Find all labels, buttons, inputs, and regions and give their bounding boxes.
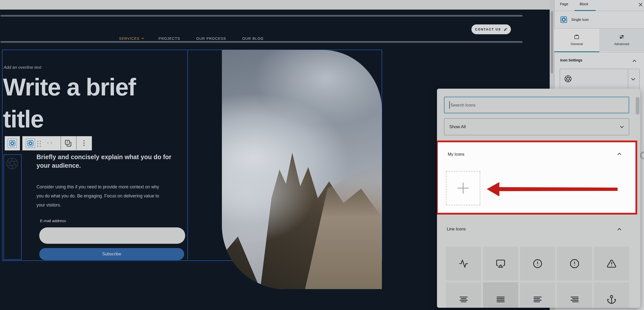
drag-handle-icon[interactable] xyxy=(37,141,41,147)
chevron-up-icon xyxy=(617,153,622,155)
icon-option-align-center[interactable] xyxy=(446,282,481,308)
collapse-panel-button[interactable] xyxy=(632,59,636,63)
add-custom-icon-button[interactable] xyxy=(446,171,480,205)
tab-page[interactable]: Page xyxy=(560,2,568,6)
alert-octagon-icon xyxy=(570,259,579,268)
line-icons-title: Line Icons xyxy=(447,227,466,231)
general-tab-label: General xyxy=(571,42,583,46)
advanced-tab-icon xyxy=(619,34,625,40)
block-toolbar: ‹› xyxy=(22,136,92,151)
close-sidebar-button[interactable] xyxy=(637,2,643,8)
popover-scrollbar-thumb[interactable] xyxy=(636,97,639,115)
hero-column-divider xyxy=(187,50,188,259)
chevron-down-icon xyxy=(631,78,635,81)
line-icons-grid xyxy=(446,247,629,308)
align-left-icon xyxy=(533,295,542,304)
hero-mountain-image[interactable] xyxy=(222,50,382,289)
my-icons-highlight: My Icons xyxy=(437,141,637,215)
search-input[interactable] xyxy=(450,97,622,113)
hero-body-text[interactable]: Consider using this if you need to provi… xyxy=(36,182,167,210)
options-kebab-icon[interactable] xyxy=(84,140,85,146)
nav-item-projects[interactable]: PROJECTS xyxy=(158,37,180,41)
email-label: E-mail address xyxy=(40,219,66,223)
tab-advanced[interactable]: Advanced xyxy=(599,28,644,51)
single-icon-block-selected[interactable] xyxy=(4,154,22,260)
single-icon-block-icon xyxy=(27,140,34,147)
chevron-down-icon xyxy=(141,36,144,40)
advanced-tab-label: Advanced xyxy=(614,42,629,46)
aperture-icon xyxy=(6,157,19,170)
activity-icon xyxy=(459,259,468,268)
chevron-up-icon xyxy=(617,228,622,231)
nav-item-our-process[interactable]: OUR PROCESS xyxy=(196,37,226,41)
block-card-icon xyxy=(560,16,567,24)
pencil-icon xyxy=(504,27,507,31)
sidebar-divider xyxy=(554,11,644,11)
toolbar-separator xyxy=(61,136,61,150)
contact-us-button[interactable]: CONTACT US xyxy=(471,24,511,34)
text-caret xyxy=(449,101,450,109)
canvas-scrollbar-thumb[interactable] xyxy=(551,11,553,74)
single-icon-block-button[interactable] xyxy=(26,139,35,148)
settings-tab-strip: General Advanced xyxy=(554,28,644,51)
sidebar-divider xyxy=(554,52,644,52)
icon-option-anchor[interactable] xyxy=(594,282,629,308)
chevron-up-icon xyxy=(632,60,636,62)
icon-search-field[interactable] xyxy=(444,97,629,113)
hero-subheading[interactable]: Briefly and concisely explain what you d… xyxy=(36,153,177,170)
nav-item-our-blog[interactable]: OUR BLOG xyxy=(242,37,264,41)
tab-block[interactable]: Block xyxy=(580,2,588,6)
preview-control-divider xyxy=(628,69,628,89)
subscribe-button[interactable]: Subscribe xyxy=(39,248,184,260)
image-mist xyxy=(222,139,318,246)
icon-option-align-right[interactable] xyxy=(557,282,592,308)
icon-option-align-justify[interactable] xyxy=(483,282,518,308)
move-block-arrows[interactable]: ‹› xyxy=(47,140,54,146)
icon-picker-popover: Show All My Icons Line Icons xyxy=(437,89,640,308)
icon-option-airplay[interactable] xyxy=(483,247,518,281)
icon-option-alert-triangle[interactable] xyxy=(594,247,629,281)
icon-option-activity[interactable] xyxy=(446,247,481,281)
replace-icon-button[interactable] xyxy=(64,139,72,148)
duplicate-edit-icon xyxy=(64,139,72,147)
collapse-my-icons-button[interactable] xyxy=(617,152,622,156)
icon-option-alert-circle[interactable] xyxy=(520,247,555,281)
alert-circle-icon xyxy=(533,259,542,268)
block-toolbar-parent-group xyxy=(5,136,20,151)
align-center-icon xyxy=(459,295,468,304)
my-icons-title: My Icons xyxy=(448,152,464,157)
editor-topbar xyxy=(0,0,554,10)
anchor-icon xyxy=(607,295,616,304)
tab-general[interactable]: General xyxy=(554,28,599,51)
single-icon-block-icon xyxy=(9,140,16,147)
block-card-label: Single Icon xyxy=(571,18,589,22)
nav-item-services[interactable]: SERVICES xyxy=(119,37,144,41)
contact-us-label: CONTACT US xyxy=(475,28,501,31)
icon-option-alert-octagon[interactable] xyxy=(557,247,592,281)
nav-item-services-label: SERVICES xyxy=(119,37,140,41)
toolbar-separator xyxy=(76,136,76,150)
airplay-icon xyxy=(496,259,505,268)
tutorial-arrow xyxy=(485,180,621,198)
chevron-down-icon xyxy=(620,126,624,128)
plus-icon xyxy=(458,183,469,194)
icon-settings-title: Icon Settings xyxy=(560,58,582,62)
icon-filter-value: Show All xyxy=(449,124,466,129)
hero-overline[interactable]: Add an overline text xyxy=(4,65,41,70)
template-part-outline-bottom xyxy=(1,41,522,42)
general-tab-icon xyxy=(574,34,580,40)
icon-dropdown-button[interactable] xyxy=(631,77,635,82)
align-right-icon xyxy=(570,295,579,304)
icon-option-align-left[interactable] xyxy=(520,282,555,308)
align-justify-icon xyxy=(496,295,505,304)
editor-screenshot: SERVICES PROJECTS OUR PROCESS OUR BLOG C… xyxy=(0,0,644,310)
email-input[interactable] xyxy=(39,227,185,244)
hero-title[interactable]: Write a brief title xyxy=(3,71,179,135)
collapse-line-icons-button[interactable] xyxy=(617,227,622,232)
parent-single-icon-button[interactable] xyxy=(8,139,17,148)
template-part-outline-bottom-shadow xyxy=(1,42,522,43)
aperture-icon xyxy=(564,75,572,83)
close-icon xyxy=(639,3,642,7)
alert-triangle-icon xyxy=(607,259,616,268)
icon-filter-select[interactable]: Show All xyxy=(444,118,629,135)
